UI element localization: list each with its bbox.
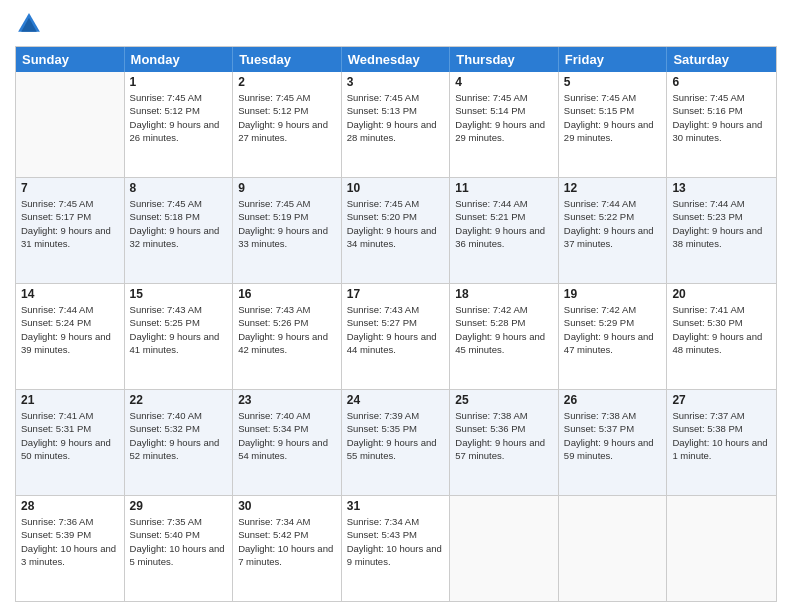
sunset-text: Sunset: 5:17 PM: [21, 210, 119, 223]
calendar-cell: 16Sunrise: 7:43 AMSunset: 5:26 PMDayligh…: [233, 284, 342, 389]
calendar-cell: 22Sunrise: 7:40 AMSunset: 5:32 PMDayligh…: [125, 390, 234, 495]
sunrise-text: Sunrise: 7:44 AM: [21, 303, 119, 316]
sunrise-text: Sunrise: 7:45 AM: [21, 197, 119, 210]
day-number: 31: [347, 499, 445, 513]
sunrise-text: Sunrise: 7:34 AM: [238, 515, 336, 528]
day-number: 3: [347, 75, 445, 89]
day-number: 19: [564, 287, 662, 301]
daylight-text: Daylight: 9 hours and 27 minutes.: [238, 118, 336, 145]
calendar-row: 21Sunrise: 7:41 AMSunset: 5:31 PMDayligh…: [16, 389, 776, 495]
page: SundayMondayTuesdayWednesdayThursdayFrid…: [0, 0, 792, 612]
daylight-text: Daylight: 9 hours and 37 minutes.: [564, 224, 662, 251]
day-number: 7: [21, 181, 119, 195]
daylight-text: Daylight: 9 hours and 47 minutes.: [564, 330, 662, 357]
calendar-cell: 30Sunrise: 7:34 AMSunset: 5:42 PMDayligh…: [233, 496, 342, 601]
daylight-text: Daylight: 9 hours and 41 minutes.: [130, 330, 228, 357]
sunrise-text: Sunrise: 7:44 AM: [455, 197, 553, 210]
sunrise-text: Sunrise: 7:45 AM: [238, 91, 336, 104]
daylight-text: Daylight: 9 hours and 39 minutes.: [21, 330, 119, 357]
daylight-text: Daylight: 9 hours and 57 minutes.: [455, 436, 553, 463]
sunset-text: Sunset: 5:12 PM: [130, 104, 228, 117]
daylight-text: Daylight: 9 hours and 48 minutes.: [672, 330, 771, 357]
day-number: 16: [238, 287, 336, 301]
day-number: 5: [564, 75, 662, 89]
sunrise-text: Sunrise: 7:45 AM: [455, 91, 553, 104]
sunset-text: Sunset: 5:40 PM: [130, 528, 228, 541]
header-day-sunday: Sunday: [16, 47, 125, 72]
sunrise-text: Sunrise: 7:45 AM: [347, 91, 445, 104]
daylight-text: Daylight: 10 hours and 5 minutes.: [130, 542, 228, 569]
logo: [15, 10, 47, 38]
sunrise-text: Sunrise: 7:44 AM: [672, 197, 771, 210]
sunrise-text: Sunrise: 7:45 AM: [130, 91, 228, 104]
day-number: 17: [347, 287, 445, 301]
daylight-text: Daylight: 9 hours and 52 minutes.: [130, 436, 228, 463]
sunrise-text: Sunrise: 7:45 AM: [564, 91, 662, 104]
day-number: 21: [21, 393, 119, 407]
sunset-text: Sunset: 5:16 PM: [672, 104, 771, 117]
calendar: SundayMondayTuesdayWednesdayThursdayFrid…: [15, 46, 777, 602]
day-number: 24: [347, 393, 445, 407]
calendar-cell: 4Sunrise: 7:45 AMSunset: 5:14 PMDaylight…: [450, 72, 559, 177]
calendar-cell: 5Sunrise: 7:45 AMSunset: 5:15 PMDaylight…: [559, 72, 668, 177]
calendar-cell: [559, 496, 668, 601]
day-number: 26: [564, 393, 662, 407]
sunrise-text: Sunrise: 7:45 AM: [347, 197, 445, 210]
sunset-text: Sunset: 5:43 PM: [347, 528, 445, 541]
header-day-thursday: Thursday: [450, 47, 559, 72]
day-number: 23: [238, 393, 336, 407]
daylight-text: Daylight: 10 hours and 7 minutes.: [238, 542, 336, 569]
calendar-cell: 21Sunrise: 7:41 AMSunset: 5:31 PMDayligh…: [16, 390, 125, 495]
day-number: 8: [130, 181, 228, 195]
calendar-cell: 3Sunrise: 7:45 AMSunset: 5:13 PMDaylight…: [342, 72, 451, 177]
header-day-wednesday: Wednesday: [342, 47, 451, 72]
calendar-cell: [450, 496, 559, 601]
day-number: 10: [347, 181, 445, 195]
sunrise-text: Sunrise: 7:34 AM: [347, 515, 445, 528]
sunrise-text: Sunrise: 7:41 AM: [672, 303, 771, 316]
header-day-tuesday: Tuesday: [233, 47, 342, 72]
sunrise-text: Sunrise: 7:40 AM: [238, 409, 336, 422]
day-number: 12: [564, 181, 662, 195]
calendar-cell: [16, 72, 125, 177]
calendar-cell: 15Sunrise: 7:43 AMSunset: 5:25 PMDayligh…: [125, 284, 234, 389]
daylight-text: Daylight: 10 hours and 1 minute.: [672, 436, 771, 463]
sunset-text: Sunset: 5:27 PM: [347, 316, 445, 329]
sunset-text: Sunset: 5:38 PM: [672, 422, 771, 435]
sunset-text: Sunset: 5:30 PM: [672, 316, 771, 329]
calendar-cell: 28Sunrise: 7:36 AMSunset: 5:39 PMDayligh…: [16, 496, 125, 601]
sunrise-text: Sunrise: 7:38 AM: [564, 409, 662, 422]
day-number: 22: [130, 393, 228, 407]
sunset-text: Sunset: 5:23 PM: [672, 210, 771, 223]
calendar-cell: 7Sunrise: 7:45 AMSunset: 5:17 PMDaylight…: [16, 178, 125, 283]
day-number: 20: [672, 287, 771, 301]
calendar-cell: 12Sunrise: 7:44 AMSunset: 5:22 PMDayligh…: [559, 178, 668, 283]
daylight-text: Daylight: 10 hours and 9 minutes.: [347, 542, 445, 569]
calendar-row: 7Sunrise: 7:45 AMSunset: 5:17 PMDaylight…: [16, 177, 776, 283]
daylight-text: Daylight: 9 hours and 31 minutes.: [21, 224, 119, 251]
sunset-text: Sunset: 5:32 PM: [130, 422, 228, 435]
sunset-text: Sunset: 5:12 PM: [238, 104, 336, 117]
sunset-text: Sunset: 5:26 PM: [238, 316, 336, 329]
sunrise-text: Sunrise: 7:35 AM: [130, 515, 228, 528]
day-number: 13: [672, 181, 771, 195]
sunset-text: Sunset: 5:28 PM: [455, 316, 553, 329]
daylight-text: Daylight: 9 hours and 38 minutes.: [672, 224, 771, 251]
day-number: 14: [21, 287, 119, 301]
sunset-text: Sunset: 5:37 PM: [564, 422, 662, 435]
sunset-text: Sunset: 5:24 PM: [21, 316, 119, 329]
sunrise-text: Sunrise: 7:43 AM: [238, 303, 336, 316]
calendar-cell: 29Sunrise: 7:35 AMSunset: 5:40 PMDayligh…: [125, 496, 234, 601]
calendar-cell: 18Sunrise: 7:42 AMSunset: 5:28 PMDayligh…: [450, 284, 559, 389]
sunset-text: Sunset: 5:42 PM: [238, 528, 336, 541]
sunset-text: Sunset: 5:25 PM: [130, 316, 228, 329]
daylight-text: Daylight: 9 hours and 30 minutes.: [672, 118, 771, 145]
day-number: 29: [130, 499, 228, 513]
sunrise-text: Sunrise: 7:41 AM: [21, 409, 119, 422]
calendar-cell: 10Sunrise: 7:45 AMSunset: 5:20 PMDayligh…: [342, 178, 451, 283]
calendar-cell: 14Sunrise: 7:44 AMSunset: 5:24 PMDayligh…: [16, 284, 125, 389]
calendar-cell: 17Sunrise: 7:43 AMSunset: 5:27 PMDayligh…: [342, 284, 451, 389]
calendar-cell: 1Sunrise: 7:45 AMSunset: 5:12 PMDaylight…: [125, 72, 234, 177]
day-number: 6: [672, 75, 771, 89]
sunset-text: Sunset: 5:19 PM: [238, 210, 336, 223]
